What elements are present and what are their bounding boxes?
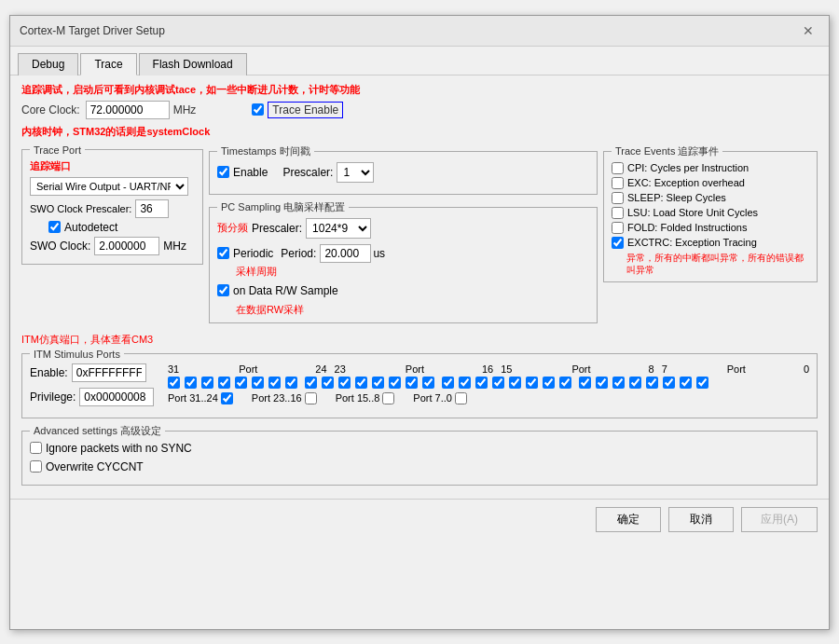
pc-period-label: Period: [281, 247, 316, 260]
swo-clock-input[interactable] [94, 237, 159, 255]
red-note-1: 追踪调试，启动后可看到内核调试tace，如一些中断进几计数，计时等功能 [21, 83, 818, 97]
apply-button[interactable]: 应用(A) [741, 507, 818, 532]
tab-trace[interactable]: Trace [80, 53, 136, 75]
port-31-24-group: Port 31..24 [168, 392, 237, 404]
pc-ondata-checkbox[interactable] [217, 284, 229, 296]
trace-events-legend: Trace Events 追踪事件 [612, 144, 722, 158]
cb-4[interactable] [629, 377, 641, 389]
port-31-24-checkbox[interactable] [221, 392, 233, 404]
cb-15[interactable] [442, 377, 454, 389]
pc-prescaler-select[interactable]: 1024*9 [306, 218, 371, 239]
event-exc-label: EXC: Exception overhead [627, 177, 745, 188]
autodetect-checkbox[interactable] [48, 221, 61, 233]
port-15-8-group: Port 15..8 [336, 392, 399, 404]
port-header-port1: Port [181, 363, 315, 375]
port-7-0-checkbox[interactable] [455, 392, 467, 404]
cb-2[interactable] [663, 377, 675, 389]
cb-22[interactable] [322, 377, 334, 389]
cancel-button[interactable]: 取消 [668, 507, 734, 532]
cb-12[interactable] [492, 377, 504, 389]
overwrite-cyccnt-checkbox[interactable] [30, 460, 42, 473]
pc-period-input[interactable] [320, 244, 371, 263]
cb-5[interactable] [612, 377, 625, 389]
itm-privilege-label: Privilege: [30, 391, 76, 404]
ignore-sync-checkbox[interactable] [30, 442, 42, 454]
port-31-24-label: Port 31..24 [168, 392, 218, 404]
event-sleep-checkbox[interactable] [612, 192, 624, 204]
cb-24[interactable] [285, 377, 297, 389]
cb-14[interactable] [459, 377, 471, 389]
port-header-31: 31 [168, 363, 179, 375]
port-15-8-checkbox[interactable] [382, 392, 394, 404]
trace-enable-checkbox[interactable] [252, 103, 264, 116]
event-lsu: LSU: Load Store Unit Cycles [612, 207, 809, 219]
trace-events-fieldset: Trace Events 追踪事件 CPI: Cycles per Instru… [603, 144, 818, 282]
trace-port-select[interactable]: Serial Wire Output - UART/NRZ [30, 177, 188, 196]
pc-ondata-row: on Data R/W Sample [217, 284, 589, 297]
close-button[interactable]: ✕ [797, 21, 819, 40]
advanced-legend: Advanced settings 高级设定 [30, 424, 165, 438]
cb-16[interactable] [422, 377, 434, 389]
event-fold: FOLD: Folded Instructions [612, 222, 809, 234]
core-clock-input[interactable] [86, 101, 170, 119]
tab-flash-download[interactable]: Flash Download [139, 53, 247, 75]
tab-debug[interactable]: Debug [18, 53, 78, 75]
cb-26[interactable] [252, 377, 264, 389]
itm-enable-input[interactable] [72, 363, 146, 382]
itm-legend: ITM Stimulus Ports [30, 349, 124, 360]
timestamps-enable-label: Enable [233, 166, 268, 179]
cb-6[interactable] [596, 377, 608, 389]
cb-1[interactable] [680, 377, 692, 389]
event-lsu-checkbox[interactable] [612, 207, 624, 219]
cb-27[interactable] [235, 377, 247, 389]
event-exctrc-checkbox[interactable] [612, 237, 624, 249]
advanced-fieldset: Advanced settings 高级设定 Ignore packets wi… [21, 424, 818, 486]
port-group-checkboxes: Port 31..24 Port 23..16 Port 15..8 [168, 392, 809, 404]
event-exc-checkbox[interactable] [612, 177, 624, 189]
cb-8[interactable] [559, 377, 571, 389]
cb-17[interactable] [406, 377, 418, 389]
pc-sampling-fieldset: PC Sampling 电脑采样配置 预分频 Prescaler: 1024*9… [209, 200, 598, 323]
cb-20[interactable] [355, 377, 367, 389]
cb-7[interactable] [579, 377, 591, 389]
event-exc: EXC: Exception overhead [612, 177, 809, 189]
cb-28[interactable] [218, 377, 230, 389]
trace-enable-label: Trace Enable [268, 102, 343, 118]
port-header-0: 0 [804, 363, 809, 375]
swo-prescaler-label: SWO Clock Prescaler: [30, 203, 131, 214]
cb-30[interactable] [185, 377, 197, 389]
cb-10[interactable] [526, 377, 538, 389]
cb-9[interactable] [543, 377, 555, 389]
pc-period-red-row: 采样周期 [236, 265, 589, 279]
timestamps-enable-checkbox[interactable] [217, 166, 229, 178]
ok-button[interactable]: 确定 [596, 507, 661, 532]
cb-29[interactable] [201, 377, 213, 389]
cb-25[interactable] [268, 377, 281, 389]
swo-prescaler-input[interactable] [135, 199, 169, 218]
cb-0[interactable] [696, 377, 708, 389]
port-23-16-checkbox[interactable] [305, 392, 317, 404]
main-window: Cortex-M Target Driver Setup ✕ Debug Tra… [9, 15, 830, 630]
event-exctrc-red: 异常，所有的中断都叫异常，所有的错误都叫异常 [626, 252, 809, 276]
event-cpi-checkbox[interactable] [612, 162, 624, 174]
cb-21[interactable] [338, 377, 351, 389]
pc-periodic-checkbox[interactable] [217, 247, 229, 259]
timestamps-prescaler-select[interactable]: 1 [337, 162, 374, 183]
cb-18[interactable] [389, 377, 401, 389]
red-note-2: 内核时钟，STM32的话则是systemClock [21, 125, 818, 139]
overwrite-cyccnt-row: Overwrite CYCCNT [30, 460, 809, 473]
itm-privilege-input[interactable] [79, 388, 154, 406]
cb-31[interactable] [168, 377, 180, 389]
itm-fieldset: ITM Stimulus Ports Enable: Privilege: [21, 349, 818, 418]
cb-19[interactable] [372, 377, 384, 389]
port-header-port3: Port [514, 363, 648, 375]
pc-periodic-label: Periodic [233, 247, 273, 260]
itm-checkboxes-row [168, 377, 809, 389]
port-7-0-group: Port 7..0 [413, 392, 471, 404]
event-fold-checkbox[interactable] [612, 222, 624, 234]
cb-13[interactable] [475, 377, 488, 389]
cb-23[interactable] [305, 377, 317, 389]
window-title: Cortex-M Target Driver Setup [20, 24, 165, 37]
cb-3[interactable] [646, 377, 658, 389]
cb-11[interactable] [509, 377, 521, 389]
